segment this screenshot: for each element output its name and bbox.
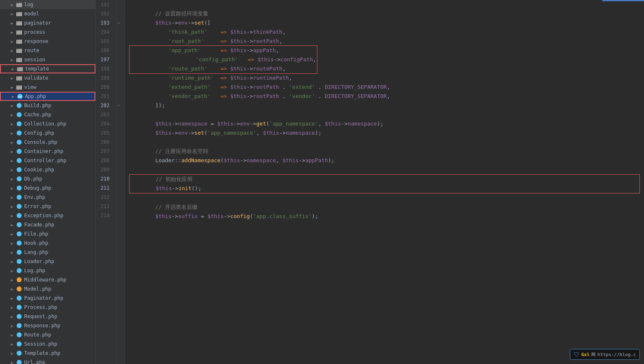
tree-item-session[interactable]: session (0, 55, 95, 64)
tree-item-build-php[interactable]: Build.php (0, 101, 95, 110)
tree-item-response[interactable]: response (0, 37, 95, 46)
tree-arrow-debug (9, 185, 15, 191)
tree-item-model-php[interactable]: Model.php (0, 284, 95, 294)
watermark-url: https://blog.c (597, 352, 636, 357)
line-num-197: 197 (96, 55, 113, 64)
tree-item-error-php[interactable]: Error.php (0, 202, 95, 211)
svg-point-38 (17, 250, 22, 255)
svg-rect-15 (17, 67, 20, 68)
code-line-195: 'root_path' => $this->rootPath, (129, 37, 644, 46)
tree-arrow-lang (9, 249, 15, 255)
tree-item-file-php[interactable]: File.php (0, 229, 95, 238)
tree-item-url-php[interactable]: Url.php (0, 358, 95, 364)
tree-arrow-template (10, 66, 16, 72)
tree-item-config-php[interactable]: Config.php (0, 128, 95, 138)
file-icon-hook (16, 240, 22, 246)
file-tree[interactable]: log model paginator process response (0, 0, 96, 364)
tree-label-model-php: Model.php (24, 286, 51, 292)
tree-label-route: route (24, 48, 39, 53)
tree-item-exception-php[interactable]: Exception.php (0, 211, 95, 220)
tree-item-template-php[interactable]: Template.php (0, 349, 95, 358)
tree-item-template[interactable]: template (0, 64, 95, 73)
tree-label-url-php: Url.php (24, 359, 45, 364)
svg-rect-5 (16, 21, 19, 22)
tree-arrow-process (9, 29, 15, 35)
tree-item-hook-php[interactable]: Hook.php (0, 238, 95, 248)
tree-arrow-facade (9, 222, 15, 228)
tree-item-paginator-php[interactable]: Paginator.php (0, 294, 95, 303)
tree-arrow-collection (9, 121, 15, 127)
svg-point-22 (17, 103, 22, 108)
svg-point-33 (17, 204, 22, 209)
tree-item-log[interactable]: log (0, 0, 95, 9)
tree-arrow-response (9, 38, 15, 44)
line-num-191: 191 (96, 0, 113, 9)
tree-item-loader-php[interactable]: Loader.php (0, 257, 95, 266)
tree-arrow-session-php (9, 341, 15, 347)
tree-item-session-php[interactable]: Session.php (0, 339, 95, 349)
tree-arrow-response-php (9, 323, 15, 329)
tree-label-response: response (24, 38, 48, 44)
tree-item-middleware-php[interactable]: Middleware.php (0, 275, 95, 284)
tree-item-request-php[interactable]: Request.php (0, 312, 95, 321)
tree-item-cookie-php[interactable]: Cookie.php (0, 165, 95, 174)
tree-item-container-php[interactable]: Container.php (0, 147, 95, 156)
folder-icon-validate (16, 75, 22, 81)
tree-label-process: process (24, 29, 45, 35)
tree-item-facade-php[interactable]: Facade.php (0, 220, 95, 229)
svg-point-28 (17, 158, 22, 163)
code-line-213: // 开启类名后缀 (129, 203, 644, 212)
tree-item-validate[interactable]: validate (0, 73, 95, 83)
line-num-214: 214 (96, 211, 113, 220)
tree-item-console-php[interactable]: Console.php (0, 138, 95, 147)
tree-item-model[interactable]: model (0, 9, 95, 18)
tree-item-view[interactable]: view (0, 83, 95, 92)
svg-point-41 (17, 277, 22, 282)
svg-rect-1 (16, 3, 19, 4)
file-icon-cookie (16, 166, 22, 173)
svg-point-47 (17, 332, 22, 337)
var-this-193: $this (155, 18, 172, 28)
tree-item-process-php[interactable]: Process.php (0, 303, 95, 312)
tree-item-paginator[interactable]: paginator (0, 18, 95, 28)
tree-item-process[interactable]: process (0, 28, 95, 37)
tree-arrow-app (10, 93, 16, 99)
tree-item-log-php[interactable]: Log.php (0, 266, 95, 275)
tree-item-controller-php[interactable]: Controller.php (0, 156, 95, 165)
line-num-206: 206 (96, 138, 113, 147)
tree-item-cache-php[interactable]: Cache.php (0, 110, 95, 119)
code-line-202: ]); (129, 101, 644, 110)
code-line-192: // 设置路径环境变量 (129, 9, 644, 18)
tree-item-collection-php[interactable]: Collection.php (0, 119, 95, 128)
line-num-200: 200 (96, 83, 113, 92)
tree-item-route-php[interactable]: Route.php (0, 330, 95, 339)
file-icon-lang (16, 249, 22, 256)
code-content[interactable]: // 设置路径环境变量 $this->env->set([ 'think_pat… (125, 0, 644, 364)
svg-point-43 (17, 296, 22, 301)
tree-item-route[interactable]: route (0, 46, 95, 55)
svg-point-26 (17, 140, 22, 145)
tree-item-lang-php[interactable]: Lang.php (0, 248, 95, 257)
tree-label-template-php: Template.php (24, 350, 60, 356)
file-icon-debug (16, 185, 22, 191)
tree-label-process-php: Process.php (24, 304, 57, 310)
file-icon-config (16, 130, 22, 136)
tree-arrow-build (9, 103, 15, 108)
code-line-201: 'vendor_path' => $this->rootPath . 'vend… (129, 92, 644, 101)
file-icon-facade (16, 221, 22, 228)
line-num-205: 205 (96, 128, 113, 138)
folder-icon-response (16, 38, 22, 45)
tree-label-collection-php: Collection.php (24, 121, 66, 127)
code-line-214: $this->suffix = $this->config('app.class… (129, 212, 644, 221)
tree-item-response-php[interactable]: Response.php (0, 321, 95, 330)
tree-item-debug-php[interactable]: Debug.php (0, 183, 95, 193)
svg-point-29 (17, 167, 22, 172)
file-icon-file (16, 231, 22, 237)
svg-rect-11 (16, 49, 19, 50)
tree-item-db-php[interactable]: Db.php (0, 174, 95, 183)
tree-item-app-php[interactable]: php App.php (0, 92, 95, 101)
tree-arrow-cookie (9, 167, 15, 173)
tree-label-container-php: Container.php (24, 148, 63, 154)
line-num-195: 195 (96, 37, 113, 46)
tree-item-env-php[interactable]: Env.php (0, 193, 95, 202)
